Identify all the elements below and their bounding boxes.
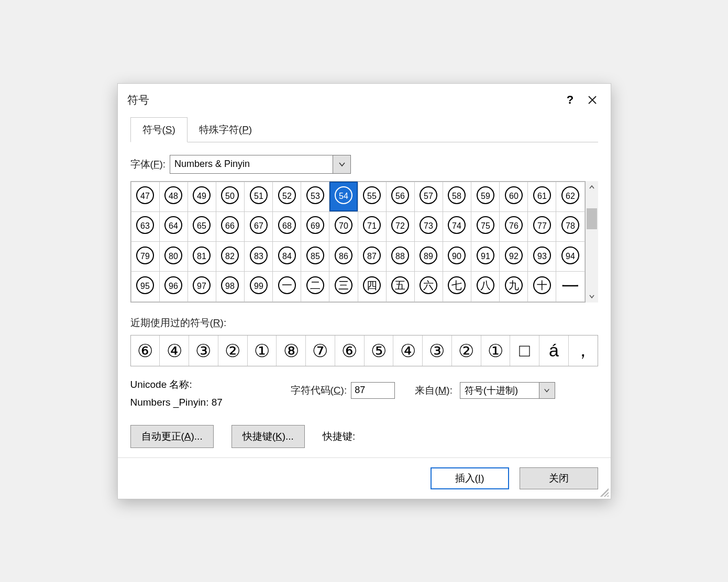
symbol-cell[interactable]: 63 [131, 211, 159, 241]
from-combo[interactable] [460, 382, 555, 399]
symbol-cell[interactable]: 74 [443, 211, 471, 241]
recent-symbol-cell[interactable]: ④ [160, 335, 189, 366]
symbol-cell[interactable]: 51 [245, 182, 273, 211]
recent-symbol-cell[interactable]: ⑤ [365, 335, 394, 366]
symbol-cell[interactable]: 93 [528, 242, 556, 272]
symbol-cell[interactable]: 66 [216, 211, 244, 241]
recent-symbol-cell[interactable]: ② [452, 335, 481, 366]
recent-symbol-cell[interactable]: ③ [423, 335, 452, 366]
symbol-cell[interactable]: 92 [500, 242, 528, 272]
symbol-cell[interactable]: 75 [471, 211, 500, 241]
symbol-cell[interactable]: 九 [500, 272, 528, 301]
symbol-cell[interactable]: 54 [329, 182, 358, 211]
font-input[interactable] [170, 155, 333, 174]
from-dropdown-button[interactable] [539, 382, 555, 399]
symbol-cell[interactable]: 90 [443, 242, 471, 272]
recent-symbol-cell[interactable]: ④ [393, 335, 423, 366]
symbol-cell[interactable]: 一 [273, 272, 301, 301]
symbol-cell[interactable]: 78 [556, 211, 584, 241]
help-button[interactable]: ? [559, 91, 581, 109]
tab-symbols[interactable]: 符号(S) [130, 117, 187, 142]
symbol-cell[interactable]: 55 [358, 182, 386, 211]
symbol-cell[interactable]: 47 [131, 182, 159, 211]
symbol-cell[interactable]: 94 [556, 242, 584, 272]
symbol-cell[interactable]: 67 [245, 211, 273, 241]
symbol-cell[interactable]: 80 [159, 242, 187, 272]
symbol-cell[interactable]: 49 [187, 182, 216, 211]
symbol-cell[interactable]: 77 [528, 211, 556, 241]
symbol-cell[interactable]: 72 [386, 211, 414, 241]
symbol-cell[interactable]: 96 [159, 272, 187, 301]
symbol-cell[interactable]: 91 [471, 242, 500, 272]
symbol-cell[interactable]: 十 [528, 272, 556, 301]
symbol-cell[interactable]: 65 [187, 211, 216, 241]
recent-symbol-cell[interactable]: ， [569, 335, 598, 366]
symbol-cell[interactable]: 53 [301, 182, 329, 211]
symbol-cell[interactable]: 三 [329, 272, 358, 301]
symbol-cell[interactable]: 81 [187, 242, 216, 272]
symbol-cell[interactable]: 89 [414, 242, 443, 272]
symbol-cell[interactable]: 70 [329, 211, 358, 241]
font-dropdown-button[interactable] [333, 155, 351, 174]
symbol-cell[interactable]: 58 [443, 182, 471, 211]
recent-symbol-cell[interactable]: ① [248, 335, 277, 366]
font-combo[interactable] [170, 155, 351, 174]
close-button[interactable] [581, 91, 603, 109]
symbol-cell[interactable]: 八 [471, 272, 500, 301]
symbol-cell[interactable]: 50 [216, 182, 244, 211]
recent-symbol-cell[interactable]: ② [218, 335, 248, 366]
symbol-cell[interactable]: 64 [159, 211, 187, 241]
symbol-cell[interactable]: 52 [273, 182, 301, 211]
symbol-cell[interactable]: 七 [443, 272, 471, 301]
symbol-cell[interactable]: 二 [301, 272, 329, 301]
recent-symbol-cell[interactable]: ③ [189, 335, 218, 366]
resize-grip[interactable] [600, 488, 609, 497]
insert-button[interactable]: 插入(I) [431, 467, 509, 489]
symbol-cell[interactable]: 99 [245, 272, 273, 301]
symbol-cell[interactable]: 86 [329, 242, 358, 272]
vertical-scrollbar[interactable] [586, 181, 598, 303]
recent-symbol-cell[interactable]: ① [481, 335, 511, 366]
symbol-cell[interactable]: 71 [358, 211, 386, 241]
symbol-cell[interactable]: 68 [273, 211, 301, 241]
scroll-thumb[interactable] [587, 208, 597, 229]
symbol-cell[interactable]: 85 [301, 242, 329, 272]
shortcut-key-button[interactable]: 快捷键(K)... [231, 425, 305, 448]
symbol-cell[interactable]: 98 [216, 272, 244, 301]
char-code-input[interactable] [351, 382, 395, 399]
symbol-cell[interactable]: 五 [386, 272, 414, 301]
tab-special-characters[interactable]: 特殊字符(P) [187, 118, 263, 142]
symbol-cell[interactable]: 56 [386, 182, 414, 211]
symbol-cell[interactable]: 六 [414, 272, 443, 301]
symbol-cell[interactable]: 82 [216, 242, 244, 272]
symbol-cell[interactable]: 87 [358, 242, 386, 272]
symbol-cell[interactable]: 59 [471, 182, 500, 211]
symbol-cell[interactable]: 76 [500, 211, 528, 241]
recent-symbol-cell[interactable]: ⑥ [131, 335, 160, 366]
symbol-cell[interactable]: 48 [159, 182, 187, 211]
recent-symbol-cell[interactable]: ⑥ [335, 335, 365, 366]
symbol-cell[interactable]: 84 [273, 242, 301, 272]
symbol-cell[interactable]: 88 [386, 242, 414, 272]
recent-symbol-cell[interactable]: ⑧ [277, 335, 306, 366]
symbol-cell[interactable]: 97 [187, 272, 216, 301]
symbol-cell[interactable]: 73 [414, 211, 443, 241]
recent-symbol-cell[interactable]: □ [510, 335, 539, 366]
cancel-button[interactable]: 关闭 [520, 467, 598, 489]
symbol-cell[interactable]: 69 [301, 211, 329, 241]
symbol-cell[interactable]: 62 [556, 182, 584, 211]
scroll-down-button[interactable] [586, 290, 598, 303]
recent-symbol-cell[interactable]: á [539, 335, 569, 366]
symbol-cell[interactable]: 四 [358, 272, 386, 301]
scroll-track[interactable] [586, 194, 598, 290]
symbol-cell[interactable]: 95 [131, 272, 159, 301]
symbol-cell[interactable]: 79 [131, 242, 159, 272]
scroll-up-button[interactable] [586, 181, 598, 194]
symbol-cell[interactable]: 一 [556, 272, 584, 301]
symbol-cell[interactable]: 61 [528, 182, 556, 211]
recent-symbol-cell[interactable]: ⑦ [306, 335, 335, 366]
symbol-cell[interactable]: 83 [245, 242, 273, 272]
symbol-cell[interactable]: 57 [414, 182, 443, 211]
autocorrect-button[interactable]: 自动更正(A)... [130, 425, 214, 448]
symbol-cell[interactable]: 60 [500, 182, 528, 211]
